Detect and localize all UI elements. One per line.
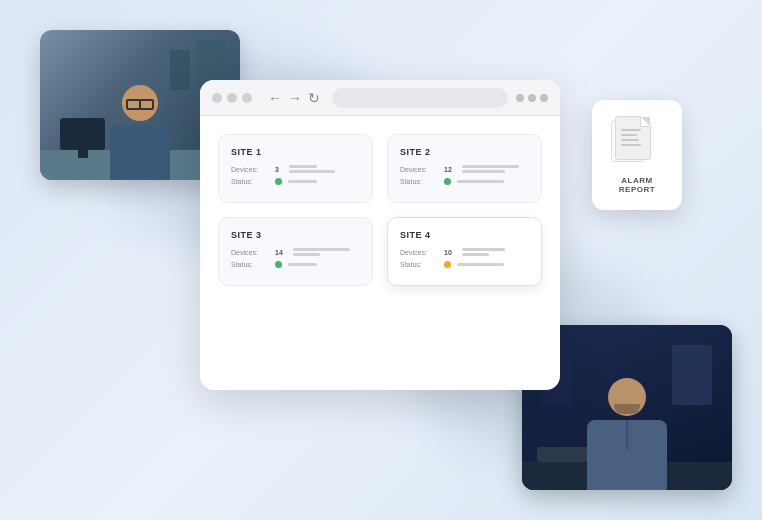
site3-status-label: Status:	[231, 261, 269, 268]
site1-bar1	[289, 165, 317, 168]
site4-status-label: Status:	[400, 261, 438, 268]
site-card-4: SITE 4 Devices: 10 Status:	[387, 217, 542, 286]
nav-back[interactable]: ←	[268, 90, 282, 106]
site2-status-row: Status:	[400, 178, 529, 185]
site-card-3: SITE 3 Devices: 14 Status:	[218, 217, 373, 286]
site4-title: SITE 4	[400, 230, 529, 240]
site3-devices-label: Devices:	[231, 249, 269, 256]
site4-bar2	[462, 253, 489, 256]
doc-line-3	[621, 139, 639, 141]
doc-body	[615, 116, 651, 160]
site4-sbar1	[457, 263, 504, 266]
site4-devices-value: 10	[444, 249, 452, 256]
site4-devices-bars	[462, 248, 529, 256]
site4-status-row: Status:	[400, 261, 529, 268]
site1-status-label: Status:	[231, 178, 269, 185]
site1-devices-label: Devices:	[231, 166, 269, 173]
site1-devices-value: 3	[275, 166, 279, 173]
browser-dot-3	[242, 93, 252, 103]
site1-sbar1	[288, 180, 317, 183]
site3-devices-bars	[293, 248, 360, 256]
site1-bar2	[289, 170, 335, 173]
doc-line-4	[621, 144, 641, 146]
site4-status-bars	[457, 263, 529, 266]
alarm-report-label: ALARM REPORT	[604, 176, 670, 194]
alarm-report-icon	[615, 116, 659, 168]
site4-status-dot	[444, 261, 451, 268]
site3-status-bars	[288, 263, 360, 266]
site1-devices-row: Devices: 3	[231, 165, 360, 173]
doc-fold	[641, 117, 650, 126]
site2-title: SITE 2	[400, 147, 529, 157]
site1-title: SITE 1	[231, 147, 360, 157]
doc-line-2	[621, 134, 637, 136]
browser-dots	[212, 93, 252, 103]
site2-status-dot	[444, 178, 451, 185]
site2-status-bars	[457, 180, 529, 183]
browser-dot-1	[212, 93, 222, 103]
site3-bar2	[293, 253, 320, 256]
site3-devices-row: Devices: 14	[231, 248, 360, 256]
site3-bar1	[293, 248, 350, 251]
browser-dot-2	[227, 93, 237, 103]
site-card-1: SITE 1 Devices: 3 Status:	[218, 134, 373, 203]
site3-devices-value: 14	[275, 249, 283, 256]
site3-status-row: Status:	[231, 261, 360, 268]
site2-sbar1	[457, 180, 504, 183]
alarm-report-card: ALARM REPORT	[592, 100, 682, 210]
site4-bar1	[462, 248, 506, 251]
browser-bar: ← → ↻	[200, 80, 560, 116]
site2-devices-value: 12	[444, 166, 452, 173]
site3-status-dot	[275, 261, 282, 268]
site4-devices-row: Devices: 10	[400, 248, 529, 256]
site2-devices-label: Devices:	[400, 166, 438, 173]
browser-url-bar[interactable]	[332, 88, 508, 108]
site1-status-dot	[275, 178, 282, 185]
site1-devices-bars	[289, 165, 360, 173]
site4-devices-label: Devices:	[400, 249, 438, 256]
browser-nav: ← → ↻	[268, 90, 320, 106]
doc-line-1	[621, 129, 641, 131]
scene: ← → ↻ SITE 1 Devices: 3	[0, 0, 762, 520]
browser-content: SITE 1 Devices: 3 Status:	[200, 116, 560, 304]
site2-devices-bars	[462, 165, 529, 173]
nav-refresh[interactable]: ↻	[308, 90, 320, 106]
site2-status-label: Status:	[400, 178, 438, 185]
site3-title: SITE 3	[231, 230, 360, 240]
browser-window: ← → ↻ SITE 1 Devices: 3	[200, 80, 560, 390]
site2-bar2	[462, 170, 506, 173]
site2-devices-row: Devices: 12	[400, 165, 529, 173]
site1-status-bars	[288, 180, 360, 183]
site-card-2: SITE 2 Devices: 12 Status:	[387, 134, 542, 203]
nav-forward[interactable]: →	[288, 90, 302, 106]
site2-bar1	[462, 165, 519, 168]
site3-sbar1	[288, 263, 317, 266]
site1-status-row: Status:	[231, 178, 360, 185]
